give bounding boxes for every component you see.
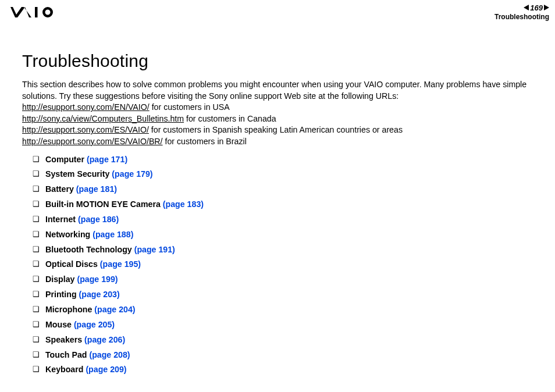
support-suffix-canada: for customers in Canada	[184, 114, 276, 123]
support-suffix-es: for customers in Spanish speaking Latin …	[149, 125, 403, 134]
support-suffix-usa: for customers in USA	[150, 102, 230, 112]
page-header: 169 Troubleshooting	[0, 0, 555, 22]
toc-page-ref[interactable]: (page 188)	[92, 230, 133, 239]
toc-page-ref[interactable]: (page 195)	[100, 259, 141, 269]
toc-item: Battery (page 181)	[33, 182, 539, 197]
support-link-br[interactable]: http://esupport.sony.com/ES/VAIO/BR/	[22, 137, 163, 146]
toc-page-ref[interactable]: (page 171)	[87, 155, 127, 164]
toc-item: Touch Pad (page 208)	[33, 348, 539, 363]
page-content: Troubleshooting This section describes h…	[0, 22, 555, 377]
toc-page-ref[interactable]: (page 208)	[89, 350, 130, 359]
prev-page-arrow-icon[interactable]	[524, 5, 529, 10]
toc-item: Printing (page 203)	[33, 287, 539, 302]
svg-rect-0	[35, 7, 38, 17]
toc-item: Bluetooth Technology (page 191)	[33, 243, 539, 258]
page-number: 169	[530, 4, 543, 12]
toc-label: Battery	[45, 184, 74, 194]
toc-item: Networking (page 188)	[33, 227, 539, 243]
support-link-canada[interactable]: http://sony.ca/view/Computers_Bulletins.…	[22, 114, 184, 123]
toc-label: Optical Discs	[45, 259, 98, 269]
toc-page-ref[interactable]: (page 205)	[74, 320, 115, 329]
toc-label: Printing	[45, 290, 77, 299]
toc-label: Microphone	[45, 305, 92, 314]
toc-label: Keyboard	[45, 365, 83, 374]
page-nav: 169	[494, 4, 549, 12]
toc-item: Internet (page 186)	[33, 212, 539, 227]
toc-page-ref[interactable]: (page 179)	[112, 169, 152, 179]
toc-label: Computer	[45, 155, 84, 164]
toc-list: Computer (page 171) System Security (pag…	[22, 152, 539, 378]
intro-line1: This section describes how to solve comm…	[22, 80, 526, 101]
next-page-arrow-icon[interactable]	[544, 5, 549, 10]
toc-item: Built-in MOTION EYE Camera (page 183)	[33, 197, 539, 212]
toc-label: Bluetooth Technology	[45, 245, 132, 254]
toc-item: Microphone (page 204)	[33, 302, 539, 318]
toc-item: Keyboard (page 209)	[33, 362, 539, 377]
toc-label: Networking	[45, 230, 90, 239]
section-label: Troubleshooting	[494, 13, 549, 21]
toc-item: System Security (page 179)	[33, 167, 539, 182]
toc-label: Speakers	[45, 335, 82, 344]
support-link-usa[interactable]: http://esupport.sony.com/EN/VAIO/	[22, 102, 150, 112]
toc-label: Built-in MOTION EYE Camera	[45, 199, 161, 209]
toc-item: Computer (page 171)	[33, 152, 539, 168]
support-link-es[interactable]: http://esupport.sony.com/ES/VAIO/	[22, 125, 149, 134]
toc-item: Display (page 199)	[33, 272, 539, 287]
header-right: 169 Troubleshooting	[494, 4, 549, 21]
vaio-logo	[10, 6, 66, 18]
toc-item: Optical Discs (page 195)	[33, 257, 539, 272]
support-suffix-br: for customers in Brazil	[163, 137, 247, 146]
toc-page-ref[interactable]: (page 199)	[77, 275, 118, 284]
toc-label: System Security	[45, 169, 109, 179]
toc-page-ref[interactable]: (page 181)	[76, 184, 117, 194]
toc-label: Internet	[45, 215, 76, 224]
toc-page-ref[interactable]: (page 206)	[84, 335, 125, 344]
toc-page-ref[interactable]: (page 186)	[78, 215, 119, 224]
toc-label: Mouse	[45, 320, 72, 329]
toc-label: Display	[45, 275, 74, 284]
toc-page-ref[interactable]: (page 203)	[79, 290, 120, 299]
page-title: Troubleshooting	[22, 51, 539, 71]
toc-item: Speakers (page 206)	[33, 333, 539, 348]
toc-label: Touch Pad	[45, 350, 87, 359]
intro-text: This section describes how to solve comm…	[22, 79, 539, 148]
toc-page-ref[interactable]: (page 183)	[163, 199, 204, 209]
toc-item: Mouse (page 205)	[33, 318, 539, 333]
toc-page-ref[interactable]: (page 204)	[94, 305, 135, 314]
toc-page-ref[interactable]: (page 191)	[134, 245, 175, 254]
toc-page-ref[interactable]: (page 209)	[86, 365, 126, 374]
